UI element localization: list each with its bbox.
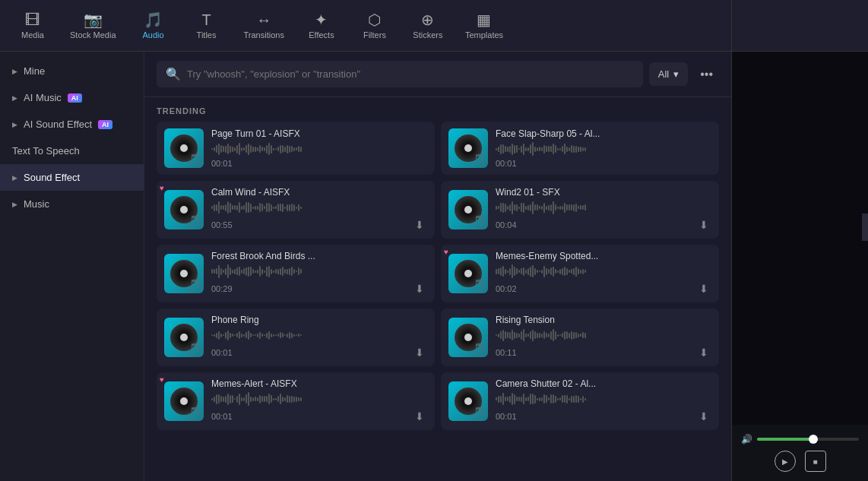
waveform-bar bbox=[534, 268, 536, 275]
audio-info: Memes-Alert - AISFX 00:01 ⬇ bbox=[211, 378, 427, 424]
download-button[interactable]: ⬇ bbox=[412, 409, 427, 424]
waveform-bar bbox=[514, 394, 515, 404]
waveform-bar bbox=[553, 329, 554, 341]
waveform-bar bbox=[266, 145, 268, 153]
nav-item-filters[interactable]: ⬡ Filters bbox=[348, 8, 401, 44]
waveform-bar bbox=[280, 145, 281, 153]
waveform-bar bbox=[537, 333, 538, 338]
nav-item-transitions[interactable]: ↔ Transitions bbox=[233, 8, 295, 44]
download-button[interactable]: ⬇ bbox=[412, 345, 427, 360]
waveform-bar bbox=[225, 332, 227, 339]
sidebar-item-sound-effect[interactable]: ▶Sound Effect bbox=[0, 164, 144, 191]
sidebar-item-ai-sound-effect[interactable]: ▶AI Sound EffectAI bbox=[0, 111, 144, 138]
download-button[interactable]: ⬇ bbox=[696, 345, 711, 360]
audio-card[interactable]: ♥ 🎵 Calm Wind - AISFX 00:55 ⬇ bbox=[157, 181, 435, 239]
audio-card[interactable]: 🎵 Face Slap-Sharp 05 - Al... 00:01 bbox=[441, 122, 719, 175]
waveform-bar bbox=[502, 330, 504, 341]
nav-item-titles[interactable]: T Titles bbox=[180, 8, 233, 44]
right-panel: 🔊 ▶ ■ bbox=[731, 52, 868, 481]
waveform-bar bbox=[216, 268, 217, 274]
waveform-bar bbox=[275, 206, 277, 209]
audio-card[interactable]: 🎵 Rising Tension 00:11 ⬇ bbox=[441, 309, 719, 366]
stop-button[interactable]: ■ bbox=[805, 451, 826, 472]
download-button[interactable]: ⬇ bbox=[412, 281, 427, 296]
waveform-bar bbox=[241, 397, 242, 401]
waveform-bar bbox=[543, 145, 545, 153]
waveform-bar bbox=[507, 147, 508, 152]
waveform-bar bbox=[553, 144, 554, 154]
waveform-bar bbox=[268, 203, 270, 212]
waveform-bar bbox=[300, 334, 302, 336]
nav-item-audio[interactable]: 🎵 Audio bbox=[127, 8, 180, 44]
sidebar-item-text-to-speech[interactable]: Text To Speech bbox=[0, 138, 144, 164]
waveform-bar bbox=[291, 267, 293, 276]
waveform-bar bbox=[216, 145, 217, 153]
download-button[interactable]: ⬇ bbox=[412, 217, 427, 233]
waveform-bar bbox=[582, 269, 584, 274]
waveform-bar bbox=[518, 207, 520, 209]
nav-item-media[interactable]: 🎞 Media bbox=[6, 8, 59, 44]
waveform-bar bbox=[509, 332, 511, 339]
waveform-bar bbox=[582, 205, 584, 210]
expand-arrow-icon: ▶ bbox=[12, 201, 17, 208]
waveform-bar bbox=[218, 265, 220, 278]
waveform-bar bbox=[566, 395, 568, 403]
download-button[interactable]: ⬇ bbox=[696, 409, 711, 424]
waveform-bar bbox=[571, 269, 572, 274]
more-options-button[interactable]: ••• bbox=[694, 65, 719, 84]
waveform-bar bbox=[232, 147, 233, 152]
waveform-bar bbox=[277, 269, 279, 274]
waveform-bar bbox=[246, 202, 247, 213]
waveform-bar bbox=[246, 332, 247, 338]
volume-bar[interactable] bbox=[757, 438, 859, 441]
waveform-bar bbox=[236, 333, 238, 337]
audio-card[interactable]: 🎵 Phone Ring 00:01 ⬇ bbox=[157, 309, 435, 366]
waveform-bar bbox=[248, 267, 249, 277]
waveform-bar bbox=[293, 397, 295, 402]
nav-item-templates[interactable]: ▦ Templates bbox=[455, 8, 514, 44]
music-note-icon: 🎵 bbox=[188, 342, 201, 354]
expand-arrow-icon: ▶ bbox=[12, 94, 17, 102]
waveform-bar bbox=[496, 148, 497, 150]
waveform-bar bbox=[284, 207, 286, 209]
audio-thumbnail: 🎵 bbox=[448, 190, 488, 229]
nav-item-stock-media[interactable]: 📷 Stock Media bbox=[59, 8, 127, 44]
search-input[interactable] bbox=[187, 68, 634, 80]
sidebar-item-music[interactable]: ▶Music bbox=[0, 191, 144, 217]
audio-card[interactable]: ♥ 🎵 Memes-Alert - AISFX 00:01 ⬇ bbox=[157, 372, 435, 430]
download-button[interactable]: ⬇ bbox=[696, 281, 711, 296]
waveform-bar bbox=[530, 144, 531, 153]
waveform-bar bbox=[268, 266, 270, 277]
waveform-bar bbox=[261, 147, 263, 151]
audio-info: Phone Ring 00:01 ⬇ bbox=[211, 315, 427, 360]
waveform-bar bbox=[271, 145, 272, 153]
waveform-bar bbox=[541, 334, 543, 337]
download-button[interactable]: ⬇ bbox=[696, 217, 711, 233]
audio-card[interactable]: 🎵 Forest Brook And Birds ... 00:29 ⬇ bbox=[157, 245, 435, 302]
waveform-bar bbox=[241, 147, 242, 151]
waveform-bar bbox=[225, 204, 227, 211]
audio-card[interactable]: 🎵 Page Turn 01 - AISFX 00:01 bbox=[157, 122, 435, 175]
audio-card[interactable]: 🎵 Wind2 01 - SFX 00:04 ⬇ bbox=[441, 181, 719, 239]
audio-info: Page Turn 01 - AISFX 00:01 bbox=[211, 128, 427, 168]
waveform-bar bbox=[527, 397, 529, 401]
audio-card[interactable]: 🎵 Camera Shutter 02 - Al... 00:01 ⬇ bbox=[441, 372, 719, 430]
waveform-bar bbox=[227, 264, 229, 278]
waveform-bar bbox=[250, 397, 252, 402]
nav-item-effects[interactable]: ✦ Effects bbox=[295, 8, 348, 44]
waveform-bar bbox=[287, 204, 288, 211]
play-button[interactable]: ▶ bbox=[775, 451, 796, 472]
waveform-bar bbox=[236, 145, 238, 153]
waveform-bar bbox=[287, 334, 288, 337]
sidebar-item-ai-music[interactable]: ▶AI MusicAI bbox=[0, 84, 144, 111]
nav-item-stickers[interactable]: ⊕ Stickers bbox=[401, 8, 455, 44]
sidebar-item-mine[interactable]: ▶Mine bbox=[0, 58, 144, 84]
audio-card[interactable]: ♥ 🎵 Memes-Enemy Spotted... 00:02 ⬇ bbox=[441, 245, 719, 302]
volume-fill bbox=[757, 438, 813, 441]
waveform-bar bbox=[277, 334, 279, 337]
waveform-bar bbox=[562, 395, 563, 403]
filter-dropdown-button[interactable]: All ▾ bbox=[649, 62, 688, 86]
waveform-bar bbox=[248, 331, 249, 340]
player-screen bbox=[732, 52, 868, 425]
waveform-bar bbox=[291, 333, 293, 338]
